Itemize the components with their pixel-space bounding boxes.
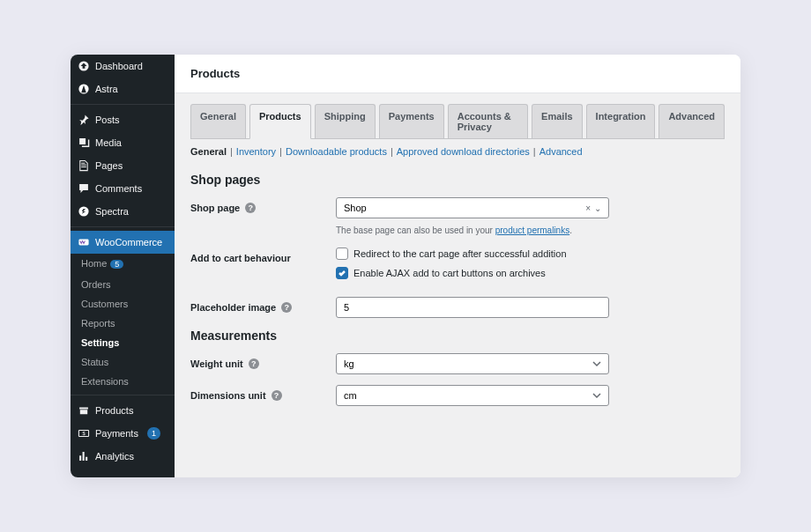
divider: [71, 226, 175, 227]
sidebar-item-pages[interactable]: Pages: [71, 154, 175, 177]
sidebar-item-analytics[interactable]: Analytics: [71, 445, 175, 468]
sidebar-item-comments[interactable]: Comments: [71, 177, 175, 200]
products-icon: [78, 404, 90, 417]
sidebar-sub-extensions[interactable]: Extensions: [71, 372, 175, 391]
checkbox-icon[interactable]: [336, 248, 348, 260]
select-value: Shop: [344, 203, 367, 213]
label-weight-unit: Weight unit: [190, 358, 243, 369]
help-icon[interactable]: ?: [249, 358, 259, 369]
sidebar-label: Pages: [95, 160, 123, 171]
sidebar-item-spectra[interactable]: Spectra: [71, 200, 175, 223]
help-icon[interactable]: ?: [272, 390, 282, 401]
permalinks-link[interactable]: product permalinks: [495, 225, 569, 235]
subtab-inventory[interactable]: Inventory: [236, 146, 276, 157]
sidebar-label: Analytics: [95, 451, 134, 462]
sidebar-label: Posts: [95, 115, 120, 125]
tab-emails[interactable]: Emails: [532, 104, 582, 138]
count-badge: 5: [110, 260, 123, 269]
subtab-downloadable[interactable]: Downloadable products: [286, 146, 387, 157]
sidebar-sub-home[interactable]: Home5: [71, 254, 175, 275]
dimensions-unit-select[interactable]: cm: [336, 385, 609, 406]
sidebar-label: Dashboard: [95, 61, 143, 71]
settings-tabs: General Products Shipping Payments Accou…: [190, 93, 725, 138]
sidebar-item-payments[interactable]: $ Payments 1: [71, 422, 175, 445]
dashboard-icon: [78, 60, 90, 72]
analytics-icon: [78, 450, 90, 462]
sidebar-label: Comments: [95, 183, 142, 194]
divider: [71, 104, 175, 105]
pin-icon: [78, 114, 90, 126]
sidebar-sub-status[interactable]: Status: [71, 352, 175, 372]
field-dimensions-unit: Dimensions unit ? cm: [190, 385, 725, 406]
pages-icon: [78, 159, 90, 172]
checkbox-ajax-cart[interactable]: Enable AJAX add to cart buttons on archi…: [336, 267, 609, 279]
divider: [71, 395, 175, 395]
label-placeholder: Placeholder image: [190, 302, 276, 313]
tab-products[interactable]: Products: [249, 104, 311, 139]
placeholder-image-input[interactable]: [336, 297, 609, 318]
sidebar-sub-customers[interactable]: Customers: [71, 294, 175, 314]
sidebar-sub-settings[interactable]: Settings: [71, 333, 175, 352]
checkbox-redirect-cart[interactable]: Redirect to the cart page after successf…: [336, 248, 609, 260]
settings-content: General Products Shipping Payments Accou…: [175, 93, 740, 477]
sidebar-label: Payments: [95, 428, 138, 439]
admin-sidebar: Dashboard Astra Posts Media Pages Commen…: [71, 55, 175, 477]
section-heading-measurements: Measurements: [190, 329, 725, 343]
sidebar-sub-reports[interactable]: Reports: [71, 314, 175, 333]
sidebar-item-posts[interactable]: Posts: [71, 108, 175, 131]
help-icon[interactable]: ?: [281, 302, 292, 313]
tab-shipping[interactable]: Shipping: [315, 104, 376, 138]
settings-subtabs: General| Inventory| Downloadable product…: [190, 138, 725, 164]
chevron-down-icon[interactable]: ⌄: [594, 203, 601, 213]
checkbox-icon[interactable]: [336, 267, 348, 279]
sidebar-item-dashboard[interactable]: Dashboard: [71, 55, 175, 78]
comment-icon: [78, 182, 90, 195]
field-placeholder-image: Placeholder image ?: [190, 297, 725, 318]
svg-text:$: $: [82, 431, 86, 436]
page-title: Products: [175, 55, 740, 93]
main-content: Products General Products Shipping Payme…: [175, 55, 740, 477]
sidebar-label: WooCommerce: [95, 237, 162, 248]
tab-integration[interactable]: Integration: [586, 104, 656, 138]
tab-advanced[interactable]: Advanced: [658, 104, 725, 138]
app-window: Dashboard Astra Posts Media Pages Commen…: [71, 55, 740, 477]
section-heading-shop-pages: Shop pages: [190, 173, 725, 187]
hint-text: The base page can also be used in your p…: [336, 224, 609, 237]
sidebar-item-woocommerce[interactable]: WooCommerce: [71, 231, 175, 254]
subtab-general[interactable]: General: [190, 146, 227, 157]
tab-payments[interactable]: Payments: [379, 104, 444, 138]
count-badge: 1: [147, 427, 160, 440]
tab-general[interactable]: General: [190, 104, 246, 138]
media-icon: [78, 137, 90, 149]
help-icon[interactable]: ?: [245, 203, 256, 213]
sidebar-label: Spectra: [95, 206, 129, 217]
astra-icon: [78, 83, 90, 95]
sidebar-label: Astra: [95, 84, 118, 94]
sidebar-item-products[interactable]: Products: [71, 399, 175, 422]
sidebar-sub-orders[interactable]: Orders: [71, 275, 175, 294]
spectra-icon: [78, 205, 90, 218]
weight-unit-select[interactable]: kg: [336, 353, 609, 374]
subtab-advanced[interactable]: Advanced: [539, 146, 583, 157]
label-shop-page: Shop page: [190, 203, 240, 213]
subtab-approved-dirs[interactable]: Approved download directories: [397, 146, 530, 157]
tab-accounts-privacy[interactable]: Accounts & Privacy: [448, 104, 528, 138]
woocommerce-icon: [78, 236, 90, 248]
field-add-to-cart: Add to cart behaviour Redirect to the ca…: [190, 248, 725, 286]
sidebar-label: Media: [95, 137, 122, 148]
payments-icon: $: [78, 427, 90, 440]
shop-page-select[interactable]: Shop × ⌄: [336, 197, 609, 218]
label-dimensions-unit: Dimensions unit: [190, 390, 266, 401]
field-shop-page: Shop page ? Shop × ⌄ The base page can a…: [190, 197, 725, 237]
clear-icon[interactable]: ×: [585, 203, 591, 213]
sidebar-item-astra[interactable]: Astra: [71, 78, 175, 100]
field-weight-unit: Weight unit ? kg: [190, 353, 725, 374]
label-add-to-cart: Add to cart behaviour: [190, 253, 291, 263]
sidebar-label: Products: [95, 405, 133, 416]
sidebar-item-media[interactable]: Media: [71, 131, 175, 154]
